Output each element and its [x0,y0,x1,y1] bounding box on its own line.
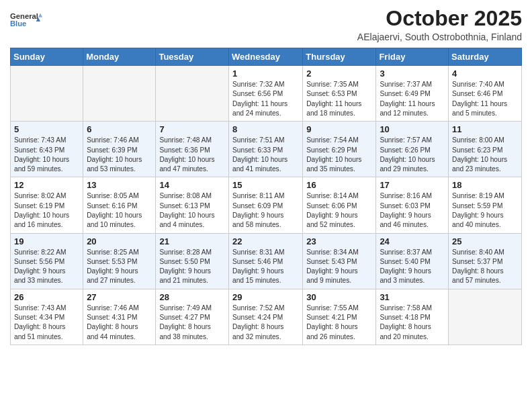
table-row: 27Sunrise: 7:46 AMSunset: 4:31 PMDayligh… [83,289,156,345]
day-number: 25 [452,236,518,246]
table-row: 13Sunrise: 8:05 AMSunset: 6:16 PMDayligh… [83,177,156,233]
day-number: 4 [452,68,518,79]
day-number: 13 [87,180,152,190]
day-number: 8 [232,124,299,134]
calendar-header-row: Sunday Monday Tuesday Wednesday Thursday… [11,48,522,66]
day-info: Sunrise: 7:40 AMSunset: 6:46 PMDaylight:… [452,80,518,118]
table-row [83,66,156,122]
day-info: Sunrise: 7:46 AMSunset: 4:31 PMDaylight:… [87,304,152,342]
day-number: 16 [306,180,372,190]
day-info: Sunrise: 7:52 AMSunset: 4:24 PMDaylight:… [232,304,299,342]
table-row: 28Sunrise: 7:49 AMSunset: 4:27 PMDayligh… [156,289,229,345]
day-number: 7 [159,124,225,134]
day-info: Sunrise: 8:28 AMSunset: 5:50 PMDaylight:… [159,248,225,286]
day-info: Sunrise: 7:57 AMSunset: 6:26 PMDaylight:… [380,136,445,174]
col-wednesday: Wednesday [229,48,303,66]
day-info: Sunrise: 7:58 AMSunset: 4:18 PMDaylight:… [380,304,445,342]
table-row: 14Sunrise: 8:08 AMSunset: 6:13 PMDayligh… [156,177,229,233]
table-row: 6Sunrise: 7:46 AMSunset: 6:39 PMDaylight… [83,122,156,177]
day-number: 12 [14,180,79,190]
table-row: 31Sunrise: 7:58 AMSunset: 4:18 PMDayligh… [376,289,449,345]
day-number: 26 [14,292,79,302]
table-row: 5Sunrise: 7:43 AMSunset: 6:43 PMDaylight… [11,122,83,177]
day-number: 23 [306,236,372,246]
day-info: Sunrise: 8:22 AMSunset: 5:56 PMDaylight:… [14,248,79,286]
day-number: 10 [380,124,445,134]
table-row: 25Sunrise: 8:40 AMSunset: 5:37 PMDayligh… [449,233,522,289]
day-info: Sunrise: 8:00 AMSunset: 6:23 PMDaylight:… [452,136,518,174]
table-row: 15Sunrise: 8:11 AMSunset: 6:09 PMDayligh… [229,177,303,233]
table-row: 4Sunrise: 7:40 AMSunset: 6:46 PMDaylight… [449,66,522,122]
day-info: Sunrise: 8:19 AMSunset: 5:59 PMDaylight:… [452,191,518,230]
day-info: Sunrise: 8:34 AMSunset: 5:43 PMDaylight:… [306,248,372,286]
table-row: 26Sunrise: 7:43 AMSunset: 4:34 PMDayligh… [11,289,83,345]
col-friday: Friday [376,48,449,66]
calendar-week-row: 19Sunrise: 8:22 AMSunset: 5:56 PMDayligh… [11,233,522,289]
day-info: Sunrise: 7:43 AMSunset: 4:34 PMDaylight:… [14,304,79,342]
day-info: Sunrise: 7:55 AMSunset: 4:21 PMDaylight:… [306,304,372,342]
table-row: 29Sunrise: 7:52 AMSunset: 4:24 PMDayligh… [229,289,303,345]
day-info: Sunrise: 7:46 AMSunset: 6:39 PMDaylight:… [87,136,152,174]
day-info: Sunrise: 7:43 AMSunset: 6:43 PMDaylight:… [14,136,79,174]
col-monday: Monday [83,48,156,66]
table-row: 24Sunrise: 8:37 AMSunset: 5:40 PMDayligh… [376,233,449,289]
day-number: 18 [452,180,518,190]
svg-text:General: General [10,12,38,20]
day-info: Sunrise: 8:14 AMSunset: 6:06 PMDaylight:… [306,191,372,230]
calendar-week-row: 5Sunrise: 7:43 AMSunset: 6:43 PMDaylight… [11,122,522,177]
day-info: Sunrise: 8:31 AMSunset: 5:46 PMDaylight:… [232,248,299,286]
day-number: 22 [232,236,299,246]
day-number: 2 [306,68,372,79]
day-number: 17 [380,180,445,190]
month-title: October 2025 [357,7,522,30]
day-info: Sunrise: 7:49 AMSunset: 4:27 PMDaylight:… [159,304,225,342]
day-number: 29 [232,292,299,302]
day-number: 3 [380,68,445,79]
table-row: 18Sunrise: 8:19 AMSunset: 5:59 PMDayligh… [449,177,522,233]
table-row: 21Sunrise: 8:28 AMSunset: 5:50 PMDayligh… [156,233,229,289]
day-info: Sunrise: 7:32 AMSunset: 6:56 PMDaylight:… [232,80,299,118]
day-number: 5 [14,124,79,134]
svg-marker-3 [38,13,42,17]
day-info: Sunrise: 8:37 AMSunset: 5:40 PMDaylight:… [380,248,445,286]
header: General Blue October 2025 AElajaervi, So… [10,7,522,42]
day-number: 14 [159,180,225,190]
day-info: Sunrise: 8:25 AMSunset: 5:53 PMDaylight:… [87,248,152,286]
day-number: 31 [380,292,445,302]
table-row: 22Sunrise: 8:31 AMSunset: 5:46 PMDayligh… [229,233,303,289]
calendar-week-row: 26Sunrise: 7:43 AMSunset: 4:34 PMDayligh… [11,289,522,345]
page-container: General Blue October 2025 AElajaervi, So… [0,0,532,352]
table-row [156,66,229,122]
day-number: 6 [87,124,152,134]
day-number: 9 [306,124,372,134]
title-area: October 2025 AElajaervi, South Ostroboth… [357,7,522,42]
table-row: 30Sunrise: 7:55 AMSunset: 4:21 PMDayligh… [303,289,376,345]
calendar-week-row: 12Sunrise: 8:02 AMSunset: 6:19 PMDayligh… [11,177,522,233]
table-row: 2Sunrise: 7:35 AMSunset: 6:53 PMDaylight… [303,66,376,122]
table-row: 23Sunrise: 8:34 AMSunset: 5:43 PMDayligh… [303,233,376,289]
day-number: 11 [452,124,518,134]
day-number: 19 [14,236,79,246]
day-info: Sunrise: 8:40 AMSunset: 5:37 PMDaylight:… [452,248,518,286]
table-row: 7Sunrise: 7:48 AMSunset: 6:36 PMDaylight… [156,122,229,177]
table-row: 20Sunrise: 8:25 AMSunset: 5:53 PMDayligh… [83,233,156,289]
day-info: Sunrise: 8:02 AMSunset: 6:19 PMDaylight:… [14,191,79,230]
calendar-table: Sunday Monday Tuesday Wednesday Thursday… [10,48,522,345]
day-number: 30 [306,292,372,302]
table-row: 19Sunrise: 8:22 AMSunset: 5:56 PMDayligh… [11,233,83,289]
table-row: 12Sunrise: 8:02 AMSunset: 6:19 PMDayligh… [11,177,83,233]
day-info: Sunrise: 8:16 AMSunset: 6:03 PMDaylight:… [380,191,445,230]
day-number: 21 [159,236,225,246]
day-info: Sunrise: 7:51 AMSunset: 6:33 PMDaylight:… [232,136,299,174]
table-row: 10Sunrise: 7:57 AMSunset: 6:26 PMDayligh… [376,122,449,177]
table-row: 11Sunrise: 8:00 AMSunset: 6:23 PMDayligh… [449,122,522,177]
day-info: Sunrise: 7:35 AMSunset: 6:53 PMDaylight:… [306,80,372,118]
day-info: Sunrise: 8:05 AMSunset: 6:16 PMDaylight:… [87,191,152,230]
day-info: Sunrise: 8:11 AMSunset: 6:09 PMDaylight:… [232,191,299,230]
day-info: Sunrise: 8:08 AMSunset: 6:13 PMDaylight:… [159,191,225,230]
day-number: 20 [87,236,152,246]
calendar-week-row: 1Sunrise: 7:32 AMSunset: 6:56 PMDaylight… [11,66,522,122]
logo: General Blue [10,7,44,34]
table-row: 9Sunrise: 7:54 AMSunset: 6:29 PMDaylight… [303,122,376,177]
col-thursday: Thursday [303,48,376,66]
